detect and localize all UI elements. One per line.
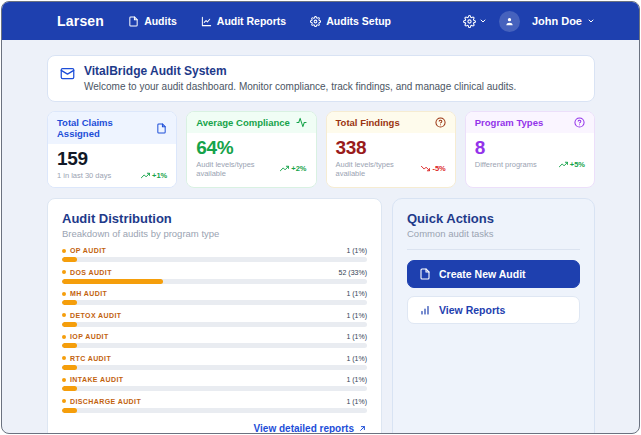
bullet-dot-icon <box>62 399 66 403</box>
nav-item-audits[interactable]: Audits <box>128 15 177 27</box>
welcome-title: VitalBridge Audit System <box>84 64 516 79</box>
distribution-row-header: DOS AUDIT 52 (33%) <box>62 269 367 276</box>
distribution-row-label-wrap: MH AUDIT <box>62 290 107 297</box>
distribution-row: IOP AUDIT 1 (1%) <box>62 333 367 348</box>
distribution-bar-fill <box>62 386 77 391</box>
nav-item-label: Audit Reports <box>217 15 286 27</box>
distribution-row-label: MH AUDIT <box>70 290 107 297</box>
stat-card-body: 8 Different programs +5% <box>466 133 594 176</box>
stat-card-body: 64% Audit levels/types available +2% <box>187 133 315 185</box>
stat-value: 64% <box>196 138 306 159</box>
button-label: Create New Audit <box>439 268 526 280</box>
distribution-row-header: DISCHARGE AUDIT 1 (1%) <box>62 398 367 405</box>
audit-distribution-subtitle: Breakdown of audits by program type <box>62 228 367 239</box>
stat-subtitle: Audit levels/types available <box>196 160 280 178</box>
welcome-text: VitalBridge Audit System Welcome to your… <box>84 64 516 92</box>
distribution-row-value: 52 (33%) <box>339 269 367 276</box>
help-circle-icon <box>574 117 585 128</box>
distribution-bar-track <box>62 386 367 391</box>
distribution-bar-track <box>62 365 367 370</box>
nav-item-audits-setup[interactable]: Audits Setup <box>310 15 391 27</box>
stat-subtitle: Audit levels/types available <box>336 160 422 178</box>
distribution-row-label-wrap: DISCHARGE AUDIT <box>62 398 141 405</box>
distribution-bar-track <box>62 408 367 413</box>
activity-icon <box>296 117 307 128</box>
divider <box>407 249 580 250</box>
stat-card-footer: Audit levels/types available +2% <box>196 160 306 178</box>
gear-icon <box>310 16 321 27</box>
distribution-row-header: RTC AUDIT 1 (1%) <box>62 355 367 362</box>
distribution-row-value: 1 (1%) <box>346 376 367 383</box>
distribution-row: MH AUDIT 1 (1%) <box>62 290 367 305</box>
distribution-row-label: DETOX AUDIT <box>70 312 121 319</box>
user-menu[interactable]: John Doe <box>532 15 595 27</box>
trending-up-icon <box>141 171 150 180</box>
view-reports-button[interactable]: View Reports <box>407 296 580 324</box>
distribution-bar-track <box>62 257 367 262</box>
bullet-dot-icon <box>62 270 66 274</box>
stat-card-footer: Audit levels/types available -5% <box>336 160 446 178</box>
welcome-banner: VitalBridge Audit System Welcome to your… <box>47 55 595 102</box>
nav-item-audit-reports[interactable]: Audit Reports <box>201 15 286 27</box>
distribution-bar-track <box>62 343 367 348</box>
stats-row: Total Claims Assigned 159 1 in last 30 d… <box>47 111 595 188</box>
distribution-bar-fill <box>62 343 77 348</box>
main-row: Audit Distribution Breakdown of audits b… <box>47 198 595 434</box>
bar-chart-icon <box>419 304 431 316</box>
stat-value: 159 <box>57 149 167 170</box>
trending-up-icon <box>559 160 568 169</box>
distribution-row-label-wrap: IOP AUDIT <box>62 333 109 340</box>
quick-actions-subtitle: Common audit tasks <box>407 228 580 239</box>
distribution-bar-fill <box>62 279 163 284</box>
stat-trend-value: +5% <box>570 160 585 169</box>
distribution-bar-fill <box>62 365 77 370</box>
stat-card-average-compliance: Average Compliance 64% Audit levels/type… <box>186 111 316 188</box>
brand-logo[interactable]: Larsen <box>57 13 104 29</box>
nav-item-label: Audits <box>144 15 177 27</box>
avatar[interactable] <box>499 11 520 32</box>
navbar: Larsen Audits Audit Reports Audits Setup <box>2 2 639 40</box>
gear-icon <box>463 15 476 28</box>
stat-trend-value: +2% <box>291 164 306 173</box>
settings-menu[interactable] <box>463 15 487 28</box>
mail-icon <box>60 66 75 81</box>
line-chart-icon <box>201 16 212 27</box>
file-icon <box>156 123 167 134</box>
distribution-row-value: 1 (1%) <box>346 290 367 297</box>
quick-actions-panel: Quick Actions Common audit tasks Create … <box>392 198 595 434</box>
stat-subtitle: Different programs <box>475 160 537 169</box>
welcome-subtitle: Welcome to your audit dashboard. Monitor… <box>84 81 516 92</box>
create-new-audit-button[interactable]: Create New Audit <box>407 260 580 288</box>
stat-title: Program Types <box>475 117 543 128</box>
stat-value: 338 <box>336 138 446 159</box>
distribution-row-label: OP AUDIT <box>70 247 106 254</box>
chevron-down-icon <box>587 17 595 25</box>
arrow-up-right-icon <box>358 424 367 433</box>
distribution-row-header: MH AUDIT 1 (1%) <box>62 290 367 297</box>
help-circle-icon <box>435 117 446 128</box>
distribution-row-label: RTC AUDIT <box>70 355 111 362</box>
stat-card-footer: Different programs +5% <box>475 160 585 169</box>
distribution-bar-fill <box>62 408 77 413</box>
distribution-row-value: 1 (1%) <box>346 247 367 254</box>
distribution-row-label-wrap: DETOX AUDIT <box>62 312 121 319</box>
distribution-bar-track <box>62 279 367 284</box>
distribution-row-header: OP AUDIT 1 (1%) <box>62 247 367 254</box>
bullet-dot-icon <box>62 356 66 360</box>
view-detailed-reports-link[interactable]: View detailed reports <box>62 419 367 434</box>
stat-card-body: 338 Audit levels/types available -5% <box>327 133 455 185</box>
page-content: VitalBridge Audit System Welcome to your… <box>2 40 639 434</box>
distribution-row-label-wrap: DOS AUDIT <box>62 269 112 276</box>
distribution-row-label: INTAKE AUDIT <box>70 376 123 383</box>
distribution-bar-track <box>62 322 367 327</box>
distribution-row-header: INTAKE AUDIT 1 (1%) <box>62 376 367 383</box>
stat-card-program-types: Program Types 8 Different programs +5% <box>465 111 595 188</box>
distribution-row-value: 1 (1%) <box>346 333 367 340</box>
distribution-row: DISCHARGE AUDIT 1 (1%) <box>62 398 367 413</box>
stat-trend: +2% <box>280 164 306 173</box>
distribution-row: DOS AUDIT 52 (33%) <box>62 269 367 284</box>
stat-trend: +5% <box>559 160 585 169</box>
stat-card-header: Average Compliance <box>187 112 315 133</box>
trending-up-icon <box>280 164 289 173</box>
stat-trend-value: +1% <box>152 171 167 180</box>
